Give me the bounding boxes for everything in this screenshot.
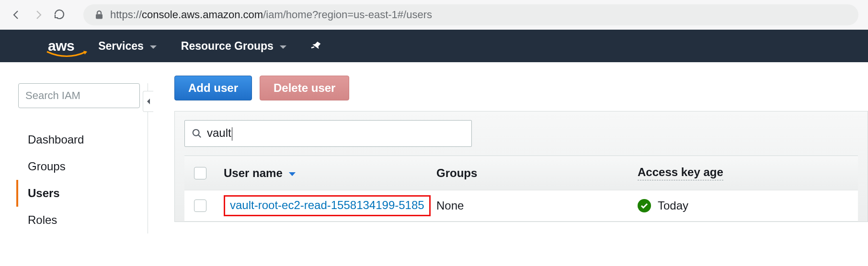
chevron-down-icon	[149, 40, 157, 53]
groups-cell: None	[436, 199, 638, 212]
highlight-box: vault-root-ec2-read-1558134199-5185	[224, 195, 431, 216]
table-header: User name Groups Access key age	[184, 155, 858, 190]
column-groups[interactable]: Groups	[436, 166, 638, 180]
svg-line-3	[198, 135, 201, 137]
filter-input[interactable]: vault	[184, 120, 472, 147]
page-url: https://console.aws.amazon.com/iam/home?…	[110, 9, 432, 21]
delete-user-button[interactable]: Delete user	[260, 76, 349, 100]
resource-groups-label: Resource Groups	[181, 40, 274, 53]
sidebar: Dashboard Groups Users Roles	[0, 62, 148, 233]
sort-desc-icon	[288, 166, 296, 180]
main-panel: Add user Delete user vault User name Gro…	[157, 62, 868, 233]
column-access-key-age[interactable]: Access key age	[638, 166, 723, 180]
aws-logo[interactable]: aws	[48, 39, 74, 53]
access-key-age-cell: Today	[638, 199, 688, 212]
filter-value: vault	[207, 126, 232, 141]
services-label: Services	[98, 40, 144, 53]
sidebar-item-users[interactable]: Users	[16, 180, 148, 207]
svg-rect-0	[96, 14, 103, 19]
row-checkbox[interactable]	[194, 200, 206, 212]
back-button[interactable]	[10, 8, 23, 22]
check-circle-icon	[638, 199, 651, 212]
address-bar[interactable]: https://console.aws.amazon.com/iam/home?…	[83, 4, 858, 25]
services-menu[interactable]: Services	[98, 40, 157, 53]
collapse-sidebar-button[interactable]	[143, 91, 153, 112]
chevron-down-icon	[279, 40, 287, 53]
sidebar-item-roles[interactable]: Roles	[18, 207, 148, 233]
svg-point-2	[193, 130, 199, 136]
browser-toolbar: https://console.aws.amazon.com/iam/home?…	[0, 0, 868, 30]
users-panel: vault User name Groups Access key age va…	[174, 111, 868, 222]
search-icon	[192, 128, 202, 139]
lock-icon	[95, 10, 103, 20]
resource-groups-menu[interactable]: Resource Groups	[181, 40, 287, 53]
add-user-button[interactable]: Add user	[174, 76, 252, 100]
search-iam-input[interactable]	[18, 83, 140, 108]
pin-icon[interactable]	[311, 41, 321, 51]
sidebar-divider	[148, 62, 157, 233]
user-link[interactable]: vault-root-ec2-read-1558134199-5185	[230, 199, 424, 211]
table-row: vault-root-ec2-read-1558134199-5185 None…	[184, 190, 858, 222]
aws-top-nav: aws Services Resource Groups	[0, 30, 868, 62]
column-username[interactable]: User name	[224, 166, 436, 180]
sidebar-item-groups[interactable]: Groups	[18, 153, 148, 180]
select-all-checkbox[interactable]	[194, 167, 206, 179]
svg-line-1	[311, 46, 314, 49]
forward-button[interactable]	[32, 8, 45, 22]
sidebar-item-dashboard[interactable]: Dashboard	[18, 126, 148, 153]
reload-button[interactable]	[54, 9, 66, 21]
